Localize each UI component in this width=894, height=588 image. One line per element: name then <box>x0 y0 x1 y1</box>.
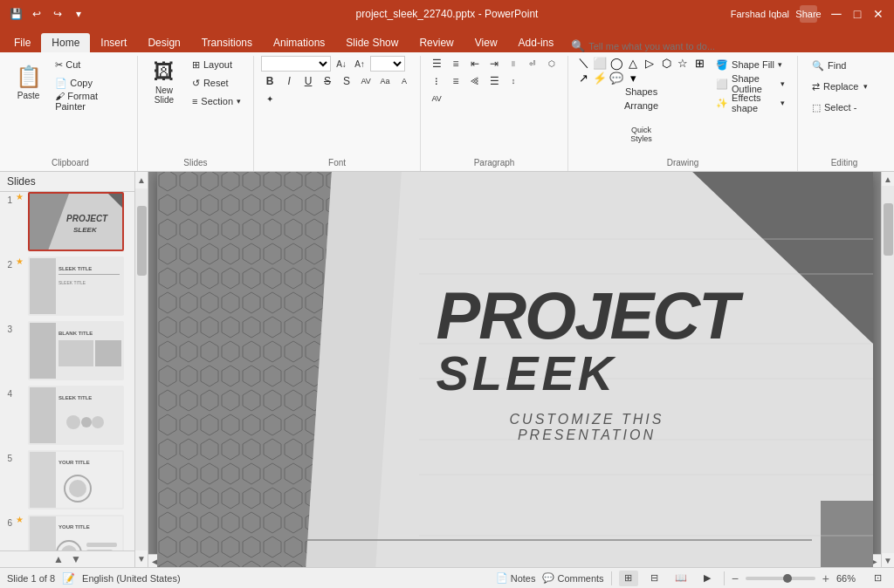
find-button[interactable]: 🔍 Find <box>805 56 884 75</box>
numbering-button[interactable]: ≡ <box>447 56 464 72</box>
strikethrough-button[interactable]: S <box>319 73 336 89</box>
slide-canvas-area[interactable]: ▲ ▼ <box>135 172 894 567</box>
maximize-button[interactable]: □ <box>849 5 866 23</box>
slide-canvas[interactable]: PROJECT SLEEK CUSTOMIZE THIS PRESENTATIO… <box>157 172 873 567</box>
undo-button[interactable]: ↩ <box>28 5 45 23</box>
align-center-button[interactable]: ≡ <box>447 73 464 89</box>
slide-thumb-4[interactable]: SLEEK TITLE <box>28 386 124 445</box>
slide-item-4[interactable]: 4 SLEEK TITLE <box>0 386 134 445</box>
normal-view-button[interactable]: ⊞ <box>619 571 638 586</box>
select-button[interactable]: ⬚ Select - <box>805 98 884 117</box>
right-scroll-up[interactable]: ▲ <box>882 172 894 186</box>
decrease-font-button[interactable]: A↓ <box>333 56 350 72</box>
slides-scroll-down[interactable]: ▼ <box>71 553 81 565</box>
slide-thumb-5[interactable]: YOUR TITLE <box>28 450 124 509</box>
reading-view-button[interactable]: 📖 <box>671 571 691 586</box>
tab-review[interactable]: Review <box>409 33 464 52</box>
tell-me-input[interactable] <box>588 41 746 51</box>
scroll-up-btn[interactable]: ▲ <box>135 172 149 188</box>
shape-cell-1[interactable]: ＼ <box>575 56 591 70</box>
shape-cell-5[interactable]: ▷ <box>642 56 657 70</box>
slide-item-5[interactable]: 5 YOUR TITLE <box>0 450 134 509</box>
underline-button[interactable]: U <box>299 73 317 89</box>
tab-animations[interactable]: Animations <box>263 33 335 52</box>
tab-insert[interactable]: Insert <box>90 33 137 52</box>
text-direction-button[interactable]: ⏎ <box>524 56 541 72</box>
shape-cell-6[interactable]: ⬡ <box>658 56 674 70</box>
shape-cell-2[interactable]: ⬜ <box>592 56 608 70</box>
notes-accessibility-icon[interactable]: 📝 <box>62 572 75 585</box>
shape-cell-4[interactable]: △ <box>625 56 641 70</box>
font-name-select[interactable] <box>261 56 331 72</box>
cut-button[interactable]: ✂ Cut <box>50 56 130 73</box>
slides-scroll-up[interactable]: ▲ <box>53 553 64 565</box>
slide-item-1[interactable]: 1 ★ PROJECT SLEEK <box>0 192 134 251</box>
shape-cell-9[interactable]: ↗ <box>575 71 591 85</box>
tab-addins[interactable]: Add-ins <box>508 33 565 52</box>
redo-button[interactable]: ↪ <box>49 5 66 23</box>
tab-home[interactable]: Home <box>41 33 90 52</box>
bullets-button[interactable]: ☰ <box>428 56 445 72</box>
shape-cell-8[interactable]: ⊞ <box>691 56 707 70</box>
shape-fill-button[interactable]: 🪣 Shape Fill ▾ <box>711 56 790 73</box>
close-button[interactable]: ✕ <box>870 5 887 23</box>
comments-button[interactable]: 💬 Comments <box>542 572 603 584</box>
right-scroll-thumb[interactable] <box>884 203 893 256</box>
shape-outline-button[interactable]: ⬜ Shape Outline ▾ <box>711 75 790 92</box>
columns-button[interactable]: ⫴ <box>505 56 522 72</box>
slide-item-6[interactable]: 6 ★ YOUR TITLE <box>0 515 134 550</box>
shape-effects-button[interactable]: ✨ Effects shape ▾ <box>711 94 790 112</box>
tab-view[interactable]: View <box>464 33 508 52</box>
smart-art-button[interactable]: ⬡ <box>543 56 560 72</box>
quick-styles-button[interactable]: QuickStyles <box>626 113 657 156</box>
reset-button[interactable]: ↺ Reset <box>187 74 246 92</box>
clear-format-button[interactable]: ✦ <box>261 91 279 106</box>
layout-button[interactable]: ⊞ Layout <box>187 56 246 73</box>
zoom-slider[interactable] <box>746 577 815 580</box>
paragraph-btn3[interactable]: AV <box>428 91 445 106</box>
slide-thumb-1[interactable]: PROJECT SLEEK <box>28 192 124 251</box>
zoom-in-button[interactable]: + <box>822 571 829 585</box>
shape-cell-11[interactable]: 💬 <box>609 71 624 85</box>
italic-button[interactable]: I <box>280 73 298 89</box>
paste-button[interactable]: 📋 Paste <box>10 56 46 108</box>
shape-cell-10[interactable]: ⚡ <box>592 71 608 85</box>
slideshow-button[interactable]: ▶ <box>698 571 717 586</box>
align-left-button[interactable]: ⫶ <box>428 73 445 89</box>
section-button[interactable]: ≡ Section ▾ <box>187 92 246 110</box>
tab-design[interactable]: Design <box>137 33 190 52</box>
notes-button[interactable]: 📄 Notes <box>496 572 536 584</box>
slide-text-area[interactable]: PROJECT SLEEK CUSTOMIZE THIS PRESENTATIO… <box>437 283 738 443</box>
change-case-button[interactable]: Aa <box>376 73 394 89</box>
line-spacing-button[interactable]: ↕ <box>505 73 522 89</box>
increase-indent-button[interactable]: ⇥ <box>485 56 503 72</box>
format-painter-button[interactable]: 🖌 Format Painter <box>50 92 130 110</box>
slide-item-2[interactable]: 2 ★ SLEEK TITLE SLEEK TITLE <box>0 256 134 316</box>
decrease-indent-button[interactable]: ⇤ <box>466 56 484 72</box>
scroll-thumb[interactable] <box>137 206 147 276</box>
font-size-select[interactable] <box>370 56 405 72</box>
zoom-out-button[interactable]: − <box>732 571 739 585</box>
shape-cell-3[interactable]: ◯ <box>609 56 624 70</box>
tab-file[interactable]: File <box>3 33 41 52</box>
char-spacing-button[interactable]: AV <box>357 73 375 89</box>
justify-button[interactable]: ☰ <box>485 73 503 89</box>
shadow-button[interactable]: S <box>338 73 355 89</box>
slide-item-3[interactable]: 3 BLANK TITLE <box>0 321 134 380</box>
slide-thumb-3[interactable]: BLANK TITLE <box>28 321 124 380</box>
tab-transitions[interactable]: Transitions <box>191 33 263 52</box>
align-right-button[interactable]: ⫷ <box>466 73 484 89</box>
slide-thumb-2[interactable]: SLEEK TITLE SLEEK TITLE <box>28 256 124 316</box>
bold-button[interactable]: B <box>261 73 279 89</box>
font-color-button[interactable]: A <box>395 73 413 89</box>
shape-cell-12[interactable]: ▾ <box>625 71 641 85</box>
save-button[interactable]: 💾 <box>7 5 24 23</box>
scroll-down-btn[interactable]: ▼ <box>135 550 149 567</box>
shape-cell-7[interactable]: ☆ <box>675 56 691 70</box>
copy-button[interactable]: 📄 Copy <box>50 74 130 92</box>
tab-slideshow[interactable]: Slide Show <box>335 33 409 52</box>
minimize-button[interactable]: ─ <box>828 5 845 23</box>
slide-thumb-6[interactable]: YOUR TITLE <box>28 515 124 550</box>
slide-sorter-button[interactable]: ⊟ <box>645 571 664 586</box>
qat-customize-button[interactable]: ▾ <box>70 5 87 23</box>
